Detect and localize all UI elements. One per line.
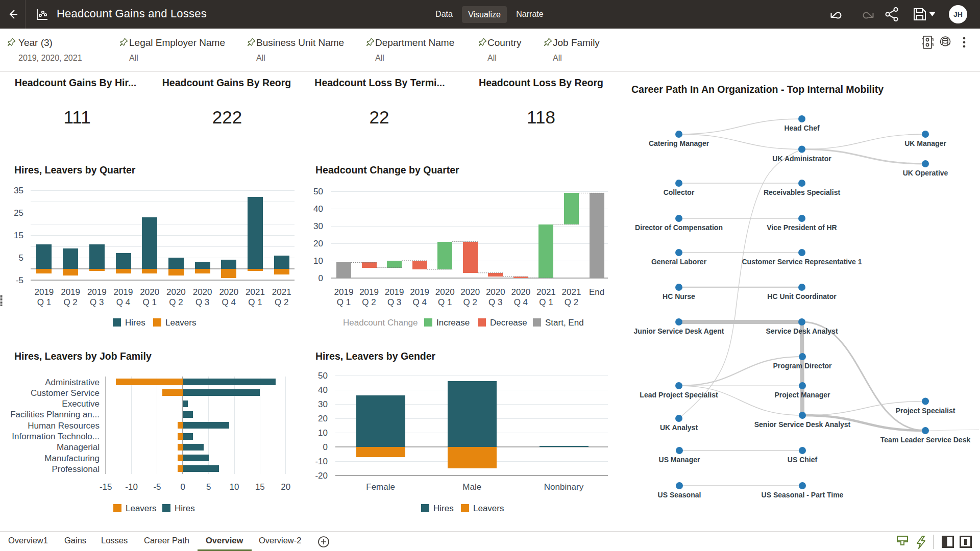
svg-text:Headcount Change: Headcount Change bbox=[343, 318, 418, 328]
svg-text:Hires: Hires bbox=[175, 504, 195, 513]
svg-text:Human Resources: Human Resources bbox=[28, 421, 100, 431]
svg-text:5: 5 bbox=[206, 482, 211, 492]
svg-text:2020: 2020 bbox=[435, 287, 455, 297]
svg-text:222: 222 bbox=[212, 107, 242, 127]
svg-text:Q 1: Q 1 bbox=[248, 297, 262, 307]
svg-text:Q 3: Q 3 bbox=[387, 297, 401, 307]
svg-text:2019: 2019 bbox=[359, 287, 379, 297]
svg-text:2021: 2021 bbox=[562, 287, 581, 297]
svg-text:Q 4: Q 4 bbox=[514, 297, 528, 307]
svg-text:15: 15 bbox=[14, 231, 23, 240]
svg-text:Professional: Professional bbox=[52, 464, 100, 474]
svg-text:40: 40 bbox=[313, 204, 323, 214]
svg-text:2019: 2019 bbox=[114, 287, 133, 297]
svg-text:-5: -5 bbox=[153, 482, 161, 492]
svg-text:-10: -10 bbox=[125, 482, 138, 492]
svg-text:Q 3: Q 3 bbox=[90, 297, 104, 307]
svg-text:Q 3: Q 3 bbox=[195, 297, 209, 307]
svg-text:2019: 2019 bbox=[34, 287, 54, 297]
svg-text:HC Nurse: HC Nurse bbox=[663, 292, 695, 300]
svg-text:Nonbinary: Nonbinary bbox=[544, 482, 584, 492]
svg-text:Hires, Leavers by Job Family: Hires, Leavers by Job Family bbox=[14, 350, 152, 362]
svg-text:Q 2: Q 2 bbox=[362, 297, 376, 307]
svg-text:-5: -5 bbox=[16, 276, 23, 285]
svg-text:111: 111 bbox=[63, 107, 90, 127]
svg-text:15: 15 bbox=[255, 482, 265, 492]
svg-text:20: 20 bbox=[313, 239, 323, 248]
svg-text:Receivables Specialist: Receivables Specialist bbox=[764, 188, 841, 196]
svg-text:22: 22 bbox=[370, 107, 389, 127]
svg-text:10: 10 bbox=[313, 256, 323, 266]
svg-text:10: 10 bbox=[318, 428, 328, 438]
svg-text:Q 2: Q 2 bbox=[463, 297, 477, 307]
svg-text:Director of Compensation: Director of Compensation bbox=[635, 223, 723, 232]
svg-text:General Laborer: General Laborer bbox=[651, 258, 707, 266]
svg-text:Q 4: Q 4 bbox=[222, 297, 236, 307]
svg-text:0: 0 bbox=[181, 482, 185, 492]
svg-text:35: 35 bbox=[14, 186, 23, 195]
svg-text:Customer Service Representativ: Customer Service Representative 1 bbox=[742, 258, 862, 266]
svg-text:Collector: Collector bbox=[664, 188, 695, 196]
svg-text:US Seasonal: US Seasonal bbox=[658, 491, 701, 499]
svg-text:Hires: Hires bbox=[433, 504, 454, 513]
svg-text:2019: 2019 bbox=[410, 287, 429, 297]
svg-text:50: 50 bbox=[313, 187, 323, 196]
svg-text:Project Specialist: Project Specialist bbox=[896, 407, 955, 415]
svg-text:Q 2: Q 2 bbox=[565, 297, 578, 307]
svg-text:0: 0 bbox=[318, 273, 323, 283]
svg-text:2020: 2020 bbox=[166, 287, 186, 297]
svg-text:Headcount Gains By Hir...: Headcount Gains By Hir... bbox=[15, 77, 136, 88]
svg-text:Team Leader Service Desk: Team Leader Service Desk bbox=[880, 436, 971, 444]
svg-text:Vice President of HR: Vice President of HR bbox=[767, 223, 837, 232]
svg-text:20: 20 bbox=[281, 482, 290, 492]
svg-text:Headcount Change by Quarter: Headcount Change by Quarter bbox=[315, 164, 459, 176]
svg-text:End: End bbox=[589, 287, 604, 297]
svg-text:Head Chef: Head Chef bbox=[784, 124, 820, 132]
svg-text:Q 2: Q 2 bbox=[63, 297, 77, 307]
svg-text:Increase: Increase bbox=[436, 318, 470, 328]
svg-text:Headcount Gains By Reorg: Headcount Gains By Reorg bbox=[162, 77, 291, 88]
svg-text:2021: 2021 bbox=[246, 287, 265, 297]
svg-text:Facilities Planning an...: Facilities Planning an... bbox=[10, 410, 100, 419]
svg-text:Q 2: Q 2 bbox=[169, 297, 183, 307]
svg-text:Career Path In An Organization: Career Path In An Organization - Top Int… bbox=[631, 84, 884, 95]
svg-text:Junior Service Desk Agent: Junior Service Desk Agent bbox=[634, 327, 724, 335]
svg-text:Hires: Hires bbox=[125, 318, 145, 328]
svg-text:2020: 2020 bbox=[460, 287, 480, 297]
svg-text:2020: 2020 bbox=[140, 287, 159, 297]
svg-text:Q 4: Q 4 bbox=[116, 297, 130, 307]
svg-text:US Seasonal - Part Time: US Seasonal - Part Time bbox=[762, 491, 844, 499]
svg-text:Headcount Loss By Termi...: Headcount Loss By Termi... bbox=[314, 77, 445, 88]
svg-text:Lead Project Specialist: Lead Project Specialist bbox=[640, 391, 718, 399]
svg-text:10: 10 bbox=[230, 482, 239, 492]
svg-text:Managerial: Managerial bbox=[57, 442, 100, 452]
svg-text:Senior Service Desk Analyst: Senior Service Desk Analyst bbox=[754, 420, 851, 429]
svg-text:Q 1: Q 1 bbox=[142, 297, 156, 307]
svg-text:UK Operative: UK Operative bbox=[903, 169, 948, 177]
svg-text:Project Manager: Project Manager bbox=[775, 391, 830, 399]
svg-text:Catering Manager: Catering Manager bbox=[649, 139, 709, 147]
svg-text:2020: 2020 bbox=[511, 287, 530, 297]
svg-text:Q 1: Q 1 bbox=[438, 297, 452, 307]
svg-text:2020: 2020 bbox=[219, 287, 238, 297]
svg-text:Q 1: Q 1 bbox=[539, 297, 553, 307]
svg-text:5: 5 bbox=[19, 253, 23, 263]
svg-text:2021: 2021 bbox=[536, 287, 556, 297]
svg-text:Q 4: Q 4 bbox=[412, 297, 426, 307]
svg-text:25: 25 bbox=[14, 208, 23, 218]
svg-text:2021: 2021 bbox=[272, 287, 291, 297]
svg-text:Information Technolo...: Information Technolo... bbox=[12, 432, 100, 441]
svg-text:40: 40 bbox=[318, 385, 328, 395]
svg-text:Q 1: Q 1 bbox=[37, 297, 51, 307]
svg-text:Leavers: Leavers bbox=[126, 504, 156, 513]
svg-text:UK Analyst: UK Analyst bbox=[660, 423, 698, 432]
svg-text:Leavers: Leavers bbox=[473, 504, 504, 513]
svg-text:20: 20 bbox=[318, 414, 328, 423]
svg-text:Q 3: Q 3 bbox=[488, 297, 502, 307]
svg-text:Service Desk Analyst: Service Desk Analyst bbox=[766, 327, 838, 335]
svg-text:-15: -15 bbox=[100, 482, 112, 492]
svg-text:Customer Service: Customer Service bbox=[31, 388, 100, 398]
svg-text:2020: 2020 bbox=[486, 287, 505, 297]
svg-text:UK Manager: UK Manager bbox=[904, 139, 946, 147]
svg-text:Decrease: Decrease bbox=[490, 318, 527, 328]
